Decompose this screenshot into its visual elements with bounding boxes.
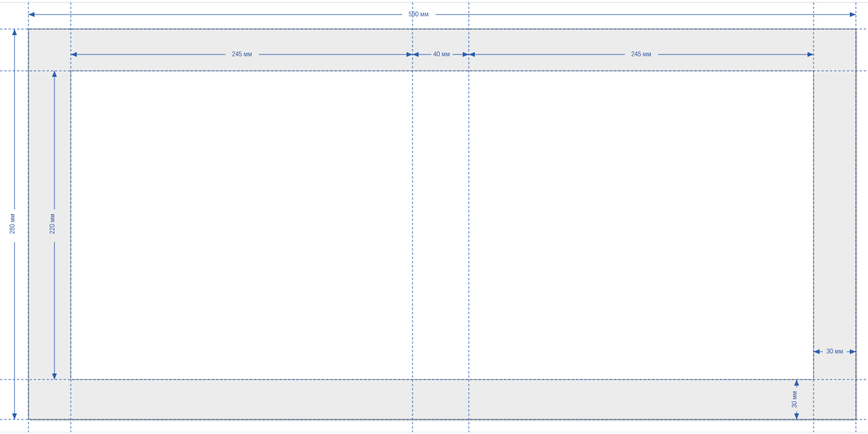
dim-total-height: 280 мм	[9, 29, 17, 419]
dim-total-width: 590 мм	[28, 11, 856, 18]
dim-margin-bottom-label: 30 мм	[791, 391, 798, 408]
dim-panel-right-label: 245 мм	[631, 51, 651, 58]
arrow-left-icon	[28, 12, 34, 17]
dim-margin-right-label: 30 мм	[826, 348, 843, 355]
dim-inner-height-label: 220 мм	[49, 214, 56, 234]
dim-total-height-label: 280 мм	[9, 214, 16, 234]
layout-diagram: 590 мм 245 мм 40 мм 245 мм 280 мм	[0, 0, 868, 434]
arrow-down-icon	[12, 413, 17, 419]
dim-total-width-label: 590 мм	[408, 11, 428, 18]
arrow-up-icon	[12, 29, 17, 35]
dim-panel-left-label: 245 мм	[232, 51, 252, 58]
arrow-right-icon	[850, 12, 856, 17]
inner-area	[71, 71, 814, 380]
dim-spine-label: 40 мм	[433, 51, 450, 58]
